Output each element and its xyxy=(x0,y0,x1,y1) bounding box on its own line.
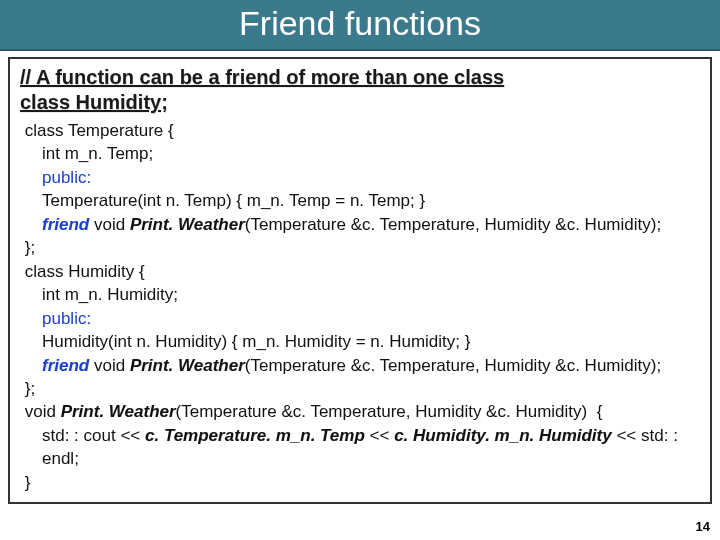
code-line: friend void Print. Weather(Temperature &… xyxy=(20,213,700,236)
code-line: Humidity(int n. Humidity) { m_n. Humidit… xyxy=(20,330,700,353)
code-line: }; xyxy=(20,238,35,257)
keyword-friend: friend xyxy=(42,356,89,375)
heading-line-2: class Humidity; xyxy=(20,91,168,113)
code-text: (Temperature &c. Temperature, Humidity &… xyxy=(245,215,661,234)
func-name: Print. Weather xyxy=(61,402,176,421)
code-text: std: : cout << xyxy=(42,426,145,445)
code-line: void Print. Weather(Temperature &c. Temp… xyxy=(20,402,602,421)
member-access: c. Temperature. m_n. Temp xyxy=(145,426,370,445)
code-text: void xyxy=(89,356,130,375)
heading-line-1: // A function can be a friend of more th… xyxy=(20,66,504,88)
keyword-friend: friend xyxy=(42,215,89,234)
code-line: public: xyxy=(20,166,700,189)
func-name: Print. Weather xyxy=(130,356,245,375)
code-line: friend void Print. Weather(Temperature &… xyxy=(20,354,700,377)
code-line: class Humidity { xyxy=(20,262,145,281)
code-text: (Temperature &c. Temperature, Humidity &… xyxy=(176,402,603,421)
code-text: void xyxy=(89,215,130,234)
content-box: // A function can be a friend of more th… xyxy=(8,57,712,504)
slide-title: Friend functions xyxy=(0,0,720,51)
heading: // A function can be a friend of more th… xyxy=(20,65,700,115)
code-text: << xyxy=(370,426,395,445)
code-line: std: : cout << c. Temperature. m_n. Temp… xyxy=(20,424,700,471)
code-line: class Temperature { xyxy=(20,121,174,140)
code-line: int m_n. Temp; xyxy=(20,142,700,165)
member-access: c. Humidity. m_n. Humidity xyxy=(394,426,616,445)
code-block: class Temperature { int m_n. Temp;public… xyxy=(20,119,700,494)
code-line: public: xyxy=(20,307,700,330)
page-number: 14 xyxy=(696,519,710,534)
code-line: }; xyxy=(20,379,35,398)
code-line: } xyxy=(20,473,30,492)
code-line: int m_n. Humidity; xyxy=(20,283,700,306)
code-text: void xyxy=(20,402,61,421)
code-line: Temperature(int n. Temp) { m_n. Temp = n… xyxy=(20,189,700,212)
code-text: (Temperature &c. Temperature, Humidity &… xyxy=(245,356,661,375)
func-name: Print. Weather xyxy=(130,215,245,234)
